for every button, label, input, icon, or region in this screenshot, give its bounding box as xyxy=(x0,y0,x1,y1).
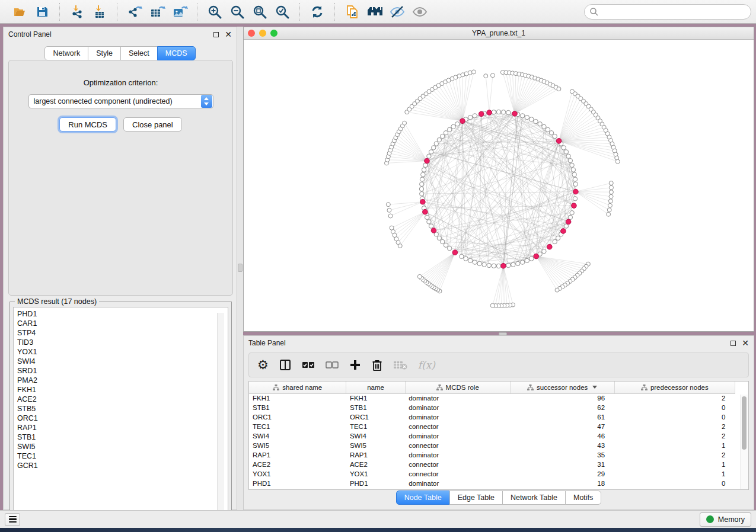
table-cell[interactable]: STB1 xyxy=(346,403,405,412)
network-node[interactable] xyxy=(557,87,561,91)
splitter-grip[interactable] xyxy=(238,264,243,272)
table-cell[interactable]: connector xyxy=(405,441,510,450)
table-cell[interactable]: 29 xyxy=(510,469,614,479)
delete-icon[interactable] xyxy=(372,357,382,373)
table-row[interactable]: RAP1RAP1dominator352 xyxy=(249,450,735,460)
network-node[interactable] xyxy=(501,110,505,114)
float-window-icon[interactable] xyxy=(731,341,736,346)
network-node[interactable] xyxy=(388,214,393,218)
network-hub-node[interactable] xyxy=(423,209,428,214)
network-node[interactable] xyxy=(549,131,553,135)
network-node[interactable] xyxy=(490,73,495,78)
network-hub-node[interactable] xyxy=(547,244,553,249)
column-header-predecessor-nodes[interactable]: predecessor nodes xyxy=(614,382,735,393)
network-node[interactable] xyxy=(429,150,433,154)
network-node[interactable] xyxy=(511,262,515,267)
table-row[interactable]: ORC1ORC1dominator610 xyxy=(249,412,735,422)
network-node[interactable] xyxy=(529,257,534,261)
network-node[interactable] xyxy=(615,159,620,164)
network-node[interactable] xyxy=(520,260,524,264)
export-network-icon[interactable] xyxy=(125,2,145,21)
zoom-selected-icon[interactable] xyxy=(272,2,292,21)
network-node[interactable] xyxy=(484,74,488,78)
network-node[interactable] xyxy=(425,215,429,219)
network-node[interactable] xyxy=(490,303,495,307)
network-node[interactable] xyxy=(451,124,455,129)
network-node[interactable] xyxy=(422,168,426,172)
table-cell[interactable]: ACE2 xyxy=(249,460,346,469)
table-cell[interactable]: dominator xyxy=(405,479,510,488)
close-panel-button[interactable]: Close panel xyxy=(123,117,182,132)
network-node[interactable] xyxy=(473,260,477,264)
table-cell[interactable]: 61 xyxy=(510,412,614,422)
tab-select[interactable]: Select xyxy=(120,46,158,60)
table-cell[interactable]: SWI5 xyxy=(249,441,346,450)
network-node[interactable] xyxy=(432,146,436,150)
show-graphics-icon[interactable] xyxy=(410,2,430,21)
network-node[interactable] xyxy=(608,203,612,207)
table-cell[interactable]: 2 xyxy=(614,450,735,460)
network-node[interactable] xyxy=(607,208,611,212)
table-cell[interactable]: 0 xyxy=(614,412,735,422)
table-cell[interactable]: 0 xyxy=(614,403,735,412)
table-cell[interactable]: SWI4 xyxy=(346,431,405,441)
table-cell[interactable]: PHD1 xyxy=(249,479,346,488)
tab-network[interactable]: Network xyxy=(44,46,88,60)
table-row[interactable]: PHD1PHD1dominator180 xyxy=(249,479,735,488)
network-node[interactable] xyxy=(516,261,520,265)
table-cell[interactable]: dominator xyxy=(405,450,510,460)
network-node[interactable] xyxy=(468,115,472,119)
select-all-icon[interactable] xyxy=(302,357,315,373)
table-cell[interactable]: ORC1 xyxy=(346,412,405,422)
import-network-icon[interactable] xyxy=(67,2,87,21)
column-header-successor-nodes[interactable]: successor nodes xyxy=(510,382,614,393)
network-node[interactable] xyxy=(427,154,431,158)
network-node[interactable] xyxy=(417,274,422,278)
network-node[interactable] xyxy=(441,239,445,243)
hide-selected-icon[interactable] xyxy=(387,2,407,21)
table-cell[interactable]: 1 xyxy=(614,469,735,479)
network-node[interactable] xyxy=(421,172,425,177)
network-node[interactable] xyxy=(386,203,390,207)
gear-icon[interactable]: ⚙ xyxy=(257,357,269,373)
network-node[interactable] xyxy=(487,263,491,267)
network-hub-node[interactable] xyxy=(556,139,562,144)
network-node[interactable] xyxy=(496,264,500,268)
network-node[interactable] xyxy=(609,190,613,194)
import-table-icon[interactable] xyxy=(90,2,110,21)
close-panel-icon[interactable]: ✕ xyxy=(225,30,232,39)
network-node[interactable] xyxy=(434,142,438,146)
network-node[interactable] xyxy=(573,182,578,186)
tab-network-table[interactable]: Network Table xyxy=(502,491,566,505)
network-hub-node[interactable] xyxy=(534,254,539,259)
network-hub-node[interactable] xyxy=(420,199,426,204)
table-cell[interactable]: TEC1 xyxy=(249,422,346,431)
network-node[interactable] xyxy=(564,150,568,154)
network-node[interactable] xyxy=(609,194,613,198)
table-cell[interactable]: 2 xyxy=(614,393,735,403)
network-hub-node[interactable] xyxy=(501,263,506,268)
network-node[interactable] xyxy=(534,119,538,123)
network-node[interactable] xyxy=(496,110,500,114)
network-node[interactable] xyxy=(609,181,613,185)
table-row[interactable]: ACE2ACE2connector311 xyxy=(249,460,735,469)
network-hub-node[interactable] xyxy=(572,203,577,209)
window-zoom-button[interactable] xyxy=(270,30,277,37)
deselect-all-icon[interactable] xyxy=(326,357,339,373)
network-node[interactable] xyxy=(447,246,451,250)
optimization-criterion-select[interactable]: largest connected component (undirected) xyxy=(28,94,213,108)
zoom-fit-icon[interactable] xyxy=(250,2,270,21)
network-node[interactable] xyxy=(506,263,511,267)
export-image-icon[interactable] xyxy=(170,2,190,21)
float-window-icon[interactable] xyxy=(213,32,219,37)
columns-icon[interactable] xyxy=(279,357,291,373)
table-cell[interactable]: 35 xyxy=(510,450,614,460)
table-cell[interactable]: 62 xyxy=(510,403,614,412)
tab-motifs[interactable]: Motifs xyxy=(565,491,601,505)
table-cell[interactable]: 18 xyxy=(510,479,614,488)
mcds-list-scrollbar[interactable] xyxy=(217,313,224,514)
network-hub-node[interactable] xyxy=(566,219,571,225)
table-cell[interactable]: ACE2 xyxy=(346,460,405,469)
table-cell[interactable]: PHD1 xyxy=(346,479,405,488)
network-node[interactable] xyxy=(553,239,557,243)
